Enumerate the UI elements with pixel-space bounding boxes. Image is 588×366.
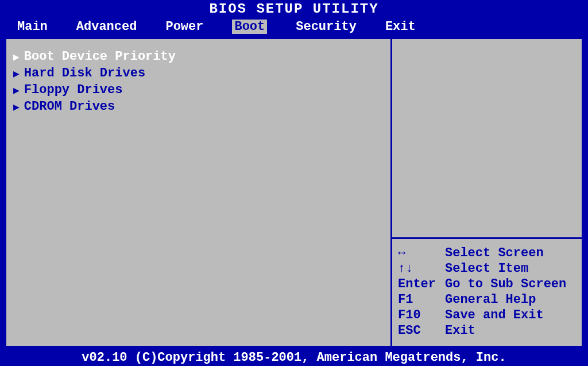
help-key-leftright: ↔ — [398, 246, 439, 260]
option-cdrom-drives[interactable]: ▶ CDROM Drives — [13, 99, 384, 114]
option-floppy-drives[interactable]: ▶ Floppy Drives — [13, 83, 384, 97]
menu-tab-advanced[interactable]: Advanced — [76, 20, 137, 34]
submenu-arrow-icon: ▶ — [13, 51, 20, 63]
help-key-enter: Enter — [398, 277, 439, 291]
help-row: F1 General Help — [398, 292, 576, 307]
help-desc: General Help — [445, 292, 576, 307]
help-key-f1: F1 — [398, 292, 439, 307]
app-title: BIOS SETUP UTILITY — [209, 1, 378, 17]
menu-tab-main[interactable]: Main — [17, 20, 48, 34]
help-desc: Go to Sub Screen — [445, 277, 576, 291]
option-boot-device-priority[interactable]: ▶ Boot Device Priority — [13, 49, 384, 64]
menu-bar: Main Advanced Power Boot Security Exit — [0, 18, 588, 37]
submenu-arrow-icon: ▶ — [13, 101, 20, 113]
menu-tab-exit[interactable]: Exit — [385, 20, 416, 34]
menu-tab-security[interactable]: Security — [296, 20, 357, 34]
help-row: F10 Save and Exit — [398, 308, 576, 322]
help-row: ESC Exit — [398, 323, 576, 338]
option-label: CDROM Drives — [24, 99, 115, 114]
help-desc: Save and Exit — [445, 308, 576, 322]
title-bar: BIOS SETUP UTILITY — [0, 0, 588, 18]
help-panel: ↔ Select Screen ↑↓ Select Item Enter Go … — [392, 39, 582, 346]
menu-tab-boot[interactable]: Boot — [232, 20, 267, 34]
help-key-esc: ESC — [398, 323, 439, 338]
option-label: Hard Disk Drives — [24, 66, 145, 80]
submenu-arrow-icon: ▶ — [13, 84, 20, 97]
footer-bar: v02.10 (C)Copyright 1985-2001, American … — [0, 348, 588, 366]
menu-tab-power[interactable]: Power — [165, 20, 203, 34]
help-desc: Exit — [445, 323, 576, 338]
options-panel: ▶ Boot Device Priority ▶ Hard Disk Drive… — [6, 39, 392, 346]
option-hard-disk-drives[interactable]: ▶ Hard Disk Drives — [13, 66, 384, 80]
copyright-text: v02.10 (C)Copyright 1985-2001, American … — [82, 350, 506, 365]
help-desc: Select Item — [445, 261, 576, 276]
help-row: ↑↓ Select Item — [398, 261, 576, 276]
option-label: Floppy Drives — [24, 83, 123, 97]
help-row: Enter Go to Sub Screen — [398, 277, 576, 291]
help-keys-area: ↔ Select Screen ↑↓ Select Item Enter Go … — [392, 239, 582, 346]
submenu-arrow-icon: ▶ — [13, 67, 20, 80]
help-row: ↔ Select Screen — [398, 246, 576, 260]
option-label: Boot Device Priority — [24, 49, 176, 64]
help-top-area — [392, 39, 582, 239]
help-key-f10: F10 — [398, 308, 439, 322]
help-key-updown: ↑↓ — [398, 261, 439, 276]
help-desc: Select Screen — [445, 246, 576, 260]
main-area: ▶ Boot Device Priority ▶ Hard Disk Drive… — [5, 37, 583, 348]
